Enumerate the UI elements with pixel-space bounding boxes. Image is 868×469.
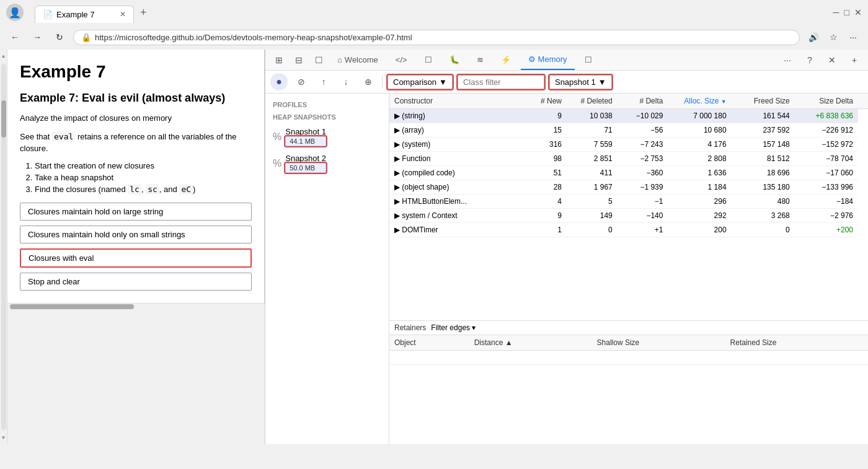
step-2: Take a heap snapshot xyxy=(35,173,252,182)
cell-deleted: 10 038 xyxy=(567,109,618,123)
class-filter-input[interactable] xyxy=(458,75,544,89)
snapshot-selector[interactable]: Snapshot 1 ▼ xyxy=(549,75,612,89)
devtools-nav: ⊞ ⊟ ☐ ⌂ Welcome </> ☐ 🐛 ≋ ⚡ xyxy=(265,50,868,71)
close-button[interactable]: ✕ xyxy=(854,7,862,17)
tab-close-button[interactable]: ✕ xyxy=(120,10,126,19)
nav-debugger[interactable]: 🐛 xyxy=(442,50,467,69)
cell-freed: 135 180 xyxy=(732,180,795,195)
small-strings-button[interactable]: Closures maintain hold only on small str… xyxy=(20,226,252,243)
col-deleted[interactable]: # Deleted xyxy=(567,94,618,109)
table-row[interactable]: ▶ DOMTimer 1 0 +1 200 0 +200 xyxy=(389,223,868,237)
retainers-tab[interactable]: Retainers xyxy=(394,323,426,332)
cell-size-delta: +6 838 636 xyxy=(795,109,858,123)
record-btn[interactable]: ● xyxy=(270,73,288,90)
url-bar[interactable]: 🔒 https://microsoftedge.github.io/Demos/… xyxy=(73,30,800,45)
scroll-thumb xyxy=(1,100,6,138)
table-row[interactable]: ▶ Function 98 2 851 −2 753 2 808 81 512 … xyxy=(389,152,868,166)
nav-performance[interactable]: ⚡ xyxy=(494,50,518,69)
snapshot1-item[interactable]: % Snapshot 1 44.1 MB xyxy=(265,123,389,150)
devtools-add-tab-btn[interactable]: + xyxy=(846,51,863,69)
cell-new: 9 xyxy=(516,109,567,123)
page-vertical-scrollbar[interactable]: ▲ ▼ xyxy=(0,50,7,444)
cell-alloc: 1 184 xyxy=(668,180,731,195)
devtools-help-btn[interactable]: ? xyxy=(801,51,818,69)
cell-deleted: 0 xyxy=(567,223,618,237)
nav-sources[interactable]: </> xyxy=(388,50,415,69)
heap-table: Constructor # New # Deleted # Delta Allo… xyxy=(389,94,868,237)
cell-delta: −140 xyxy=(618,209,668,223)
cell-new: 15 xyxy=(516,123,567,138)
table-row[interactable]: ▶ (compiled code) 51 411 −360 1 636 18 6… xyxy=(389,166,868,180)
devtools-more-tools-btn[interactable]: ⊞ xyxy=(270,51,288,69)
more-button[interactable]: ··· xyxy=(844,28,862,46)
profiles-title: Profiles xyxy=(265,99,389,111)
cell-constructor: ▶ (object shape) xyxy=(389,180,516,195)
memory-table[interactable]: Constructor # New # Deleted # Delta Allo… xyxy=(389,94,868,320)
forward-button[interactable]: → xyxy=(29,28,46,46)
cell-freed: 480 xyxy=(732,195,795,209)
minimize-button[interactable]: ─ xyxy=(833,7,839,17)
cell-delta: −1 939 xyxy=(618,180,668,195)
ret-col-object[interactable]: Object xyxy=(389,335,469,351)
devtools-options-btn[interactable]: ··· xyxy=(779,51,796,69)
retainers-data-table: Object Distance ▲ Shallow Size Retained … xyxy=(389,335,868,365)
snapshot2-name: Snapshot 2 xyxy=(285,154,326,163)
ret-col-retained[interactable]: Retained Size xyxy=(725,335,868,351)
refresh-button[interactable]: ↻ xyxy=(51,28,68,46)
table-row[interactable]: ▶ (object shape) 28 1 967 −1 939 1 184 1… xyxy=(389,180,868,195)
nav-network[interactable]: ≋ xyxy=(469,50,491,69)
devtools-close-btn[interactable]: ✕ xyxy=(823,51,841,69)
browser-tab[interactable]: 📄 Example 7 ✕ xyxy=(35,6,134,23)
table-row[interactable]: ▶ (string) 9 10 038 −10 029 7 000 180 16… xyxy=(389,109,868,123)
col-constructor[interactable]: Constructor xyxy=(389,94,516,109)
cell-constructor: ▶ (array) xyxy=(389,123,516,138)
comparison-dropdown[interactable]: Comparison ▼ xyxy=(388,75,453,89)
collect-btn[interactable]: ⊕ xyxy=(360,73,377,90)
col-alloc-size[interactable]: Alloc. Size ▼ xyxy=(668,94,731,109)
col-freed-size[interactable]: Freed Size xyxy=(732,94,795,109)
large-string-button[interactable]: Closures maintain hold on large string xyxy=(20,203,252,221)
step-1: Start the creation of new closures xyxy=(35,161,252,170)
snapshot1-name: Snapshot 1 xyxy=(285,127,326,136)
maximize-button[interactable]: □ xyxy=(844,7,849,17)
table-row[interactable]: ▶ (system) 316 7 559 −7 243 4 176 157 14… xyxy=(389,138,868,152)
devtools-panel: ⊞ ⊟ ☐ ⌂ Welcome </> ☐ 🐛 ≋ ⚡ xyxy=(265,50,868,444)
ret-col-shallow[interactable]: Shallow Size xyxy=(592,335,725,351)
nav-elements[interactable]: ☐ xyxy=(417,50,440,69)
favorites-button[interactable]: ☆ xyxy=(825,28,842,46)
cell-size-delta: −226 912 xyxy=(795,123,858,138)
nav-welcome[interactable]: ⌂ Welcome xyxy=(330,50,386,69)
url-text: https://microsoftedge.github.io/Demos/de… xyxy=(95,33,792,42)
retainers-panel: Retainers Filter edges ▾ Object Distance… xyxy=(389,320,868,444)
filter-edges-btn[interactable]: Filter edges ▾ xyxy=(431,323,476,332)
retainers-table[interactable]: Object Distance ▲ Shallow Size Retained … xyxy=(389,335,868,444)
network-icon: ≋ xyxy=(477,55,484,64)
webpage-content: Example 7 Example 7: Eval is evil (almos… xyxy=(7,50,265,303)
col-delta[interactable]: # Delta xyxy=(618,94,668,109)
cell-new: 9 xyxy=(516,209,567,223)
col-new[interactable]: # New xyxy=(516,94,567,109)
eval-button[interactable]: Closures with eval xyxy=(20,248,252,268)
col-scroll xyxy=(858,94,868,109)
user-avatar[interactable]: 👤 xyxy=(6,4,24,21)
table-row[interactable]: ▶ system / Context 9 149 −140 292 3 268 … xyxy=(389,209,868,223)
download-btn[interactable]: ↓ xyxy=(337,73,355,90)
snapshot2-item[interactable]: % Snapshot 2 50.0 MB xyxy=(265,150,389,177)
read-aloud-button[interactable]: 🔊 xyxy=(805,28,822,46)
nav-memory[interactable]: ⚙ Memory xyxy=(521,50,575,70)
cell-alloc: 7 000 180 xyxy=(668,109,731,123)
ret-col-distance[interactable]: Distance ▲ xyxy=(469,335,592,351)
new-tab-button[interactable]: + xyxy=(134,2,153,23)
clear-btn[interactable]: ⊘ xyxy=(293,73,310,90)
back-button[interactable]: ← xyxy=(6,28,24,46)
webpage-horizontal-scrollbar[interactable] xyxy=(7,303,265,310)
nav-application[interactable]: ☐ xyxy=(577,50,600,69)
stop-clear-button[interactable]: Stop and clear xyxy=(20,273,252,291)
upload-btn[interactable]: ↑ xyxy=(315,73,332,90)
table-row[interactable]: ▶ (array) 15 71 −56 10 680 237 592 −226 … xyxy=(389,123,868,138)
table-row[interactable]: ▶ HTMLButtonElem... 4 5 −1 296 480 −184 xyxy=(389,195,868,209)
devtools-dock-btn[interactable]: ⊟ xyxy=(290,51,308,69)
devtools-panel-btn[interactable]: ☐ xyxy=(310,51,327,69)
cell-alloc: 4 176 xyxy=(668,138,731,152)
col-size-delta[interactable]: Size Delta xyxy=(795,94,858,109)
